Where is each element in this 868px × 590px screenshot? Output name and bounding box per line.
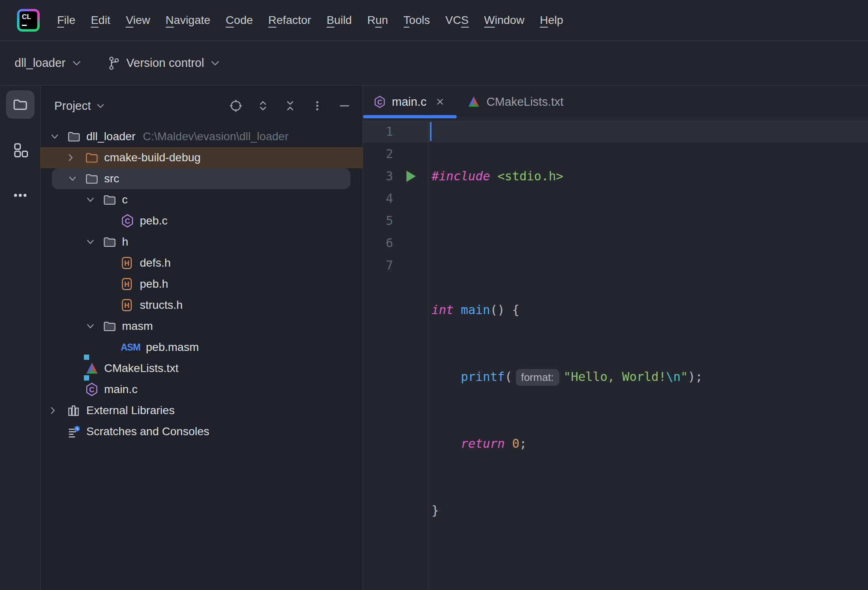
- editor-gutter: 1 2 3 4 5 6 7: [363, 118, 428, 590]
- scratches-icon: [67, 425, 86, 438]
- chevron-right-icon[interactable]: [50, 406, 67, 415]
- tree-row-masm-folder[interactable]: masm: [41, 316, 363, 337]
- svg-text:H: H: [124, 280, 130, 289]
- project-tree: dll_loader C:\Maldev\evasion\dll_loader …: [41, 126, 363, 590]
- project-view-selector[interactable]: Project: [54, 99, 105, 113]
- vcs-widget-label: Version control: [126, 56, 204, 70]
- tab-main-c[interactable]: C main.c: [363, 86, 457, 118]
- chevron-down-icon[interactable]: [86, 323, 103, 329]
- open-file-badge: [84, 355, 89, 360]
- project-selector-label: dll_loader: [15, 56, 66, 70]
- menu-refactor[interactable]: Refactor: [261, 14, 319, 27]
- menu-build[interactable]: Build: [319, 14, 359, 27]
- tree-row-external-libraries[interactable]: External Libraries: [41, 400, 363, 421]
- cmake-file-icon: [467, 95, 480, 108]
- menu-help[interactable]: Help: [532, 14, 571, 27]
- tree-row-main-c[interactable]: C main.c: [41, 379, 363, 400]
- code-editor[interactable]: 1 2 3 4 5 6 7 #include <stdio.h> int mai…: [363, 118, 868, 590]
- menu-run[interactable]: Run: [359, 14, 396, 27]
- chevron-down-icon: [96, 103, 105, 109]
- more-tools-button[interactable]: [6, 181, 34, 209]
- chevron-down-icon[interactable]: [86, 239, 103, 245]
- close-tab-icon[interactable]: [434, 96, 446, 108]
- line-number: 5: [363, 209, 428, 232]
- folder-icon: [103, 236, 122, 248]
- code-line-2: [432, 232, 703, 254]
- project-path: C:\Maldev\evasion\dll_loader: [143, 130, 289, 143]
- logo-text: CL: [22, 13, 31, 21]
- menu-tools[interactable]: Tools: [396, 14, 438, 27]
- hide-panel-button[interactable]: [338, 99, 351, 113]
- menu-window[interactable]: Window: [477, 14, 532, 27]
- editor-area: C main.c C: [363, 86, 868, 590]
- chevron-down-icon[interactable]: [50, 134, 67, 140]
- project-panel-title: Project: [54, 99, 91, 113]
- project-tool-button[interactable]: [6, 90, 34, 119]
- header-file-icon: H: [121, 298, 140, 312]
- vcs-widget[interactable]: Version control: [100, 56, 228, 71]
- c-file-icon: C: [374, 95, 386, 109]
- tab-label: main.c: [392, 95, 426, 109]
- tree-row-scratches[interactable]: Scratches and Consoles: [41, 421, 363, 442]
- folder-icon: [85, 173, 104, 185]
- git-branch-icon: [108, 56, 120, 71]
- code-line-6: }: [432, 499, 703, 522]
- libraries-icon: [67, 404, 86, 417]
- select-opened-file-button[interactable]: [229, 99, 243, 113]
- menu-edit[interactable]: Edit: [83, 14, 118, 27]
- tree-row-dll-loader[interactable]: dll_loader C:\Maldev\evasion\dll_loader: [41, 126, 363, 147]
- chevron-down-icon: [72, 60, 81, 66]
- editor-tab-bar: C main.c C: [363, 86, 868, 118]
- cmake-file-icon: [85, 361, 104, 375]
- panel-options-button[interactable]: [310, 99, 324, 113]
- chevron-down-icon: [211, 60, 220, 66]
- structure-icon: [12, 142, 28, 158]
- menu-view[interactable]: View: [118, 14, 158, 27]
- code-line-1: #include <stdio.h>: [432, 165, 703, 187]
- project-panel-header: Project: [41, 86, 363, 126]
- tree-row-structs-h[interactable]: H structs.h: [41, 295, 363, 316]
- header-file-icon: H: [121, 277, 140, 291]
- parameter-hint: format:: [516, 369, 559, 386]
- tree-row-defs-h[interactable]: H defs.h: [41, 252, 363, 274]
- c-file-icon: C: [121, 214, 140, 228]
- svg-text:H: H: [124, 259, 130, 267]
- tab-label: CMakeLists.txt: [486, 95, 563, 109]
- menu-navigate[interactable]: Navigate: [158, 14, 218, 27]
- line-number: 3: [363, 165, 428, 187]
- code-content[interactable]: #include <stdio.h> int main() { printf(f…: [428, 118, 703, 590]
- run-button[interactable]: [406, 171, 416, 182]
- svg-text:C: C: [125, 217, 130, 225]
- line-number: 1: [363, 120, 428, 143]
- tree-row-peb-c[interactable]: C peb.c: [41, 210, 363, 231]
- menu-code[interactable]: Code: [218, 14, 261, 27]
- clion-window: CL File Edit View Navigate Code Refactor…: [0, 0, 868, 590]
- folder-icon: [103, 194, 122, 206]
- svg-text:C: C: [89, 386, 94, 394]
- tree-row-c-folder[interactable]: c: [41, 189, 363, 210]
- menu-file[interactable]: File: [49, 14, 83, 27]
- tree-row-cmake-build-debug[interactable]: cmake-build-debug: [41, 147, 363, 168]
- tab-cmakelists[interactable]: CMakeLists.txt: [457, 86, 574, 118]
- code-line-7: [432, 566, 703, 588]
- tree-row-h-folder[interactable]: h: [41, 231, 363, 252]
- folder-icon: [12, 96, 28, 113]
- clion-logo-icon: CL: [17, 9, 40, 32]
- tree-row-peb-h[interactable]: H peb.h: [41, 274, 363, 295]
- c-file-icon: C: [85, 382, 104, 397]
- folder-icon: [103, 321, 122, 332]
- svg-text:H: H: [124, 301, 130, 310]
- folder-icon: [67, 131, 86, 143]
- tree-row-src[interactable]: src: [52, 168, 351, 189]
- expand-all-button[interactable]: [256, 99, 270, 113]
- main-toolbar: dll_loader Version control: [0, 41, 868, 86]
- line-number: 6: [363, 232, 428, 254]
- chevron-down-icon[interactable]: [86, 197, 103, 203]
- structure-tool-button[interactable]: [6, 136, 34, 164]
- excluded-folder-icon: [85, 152, 104, 164]
- chevron-down-icon[interactable]: [68, 176, 85, 182]
- menu-vcs[interactable]: VCS: [438, 14, 477, 27]
- collapse-all-button[interactable]: [283, 99, 297, 113]
- chevron-right-icon[interactable]: [68, 153, 85, 162]
- project-selector[interactable]: dll_loader: [6, 56, 89, 70]
